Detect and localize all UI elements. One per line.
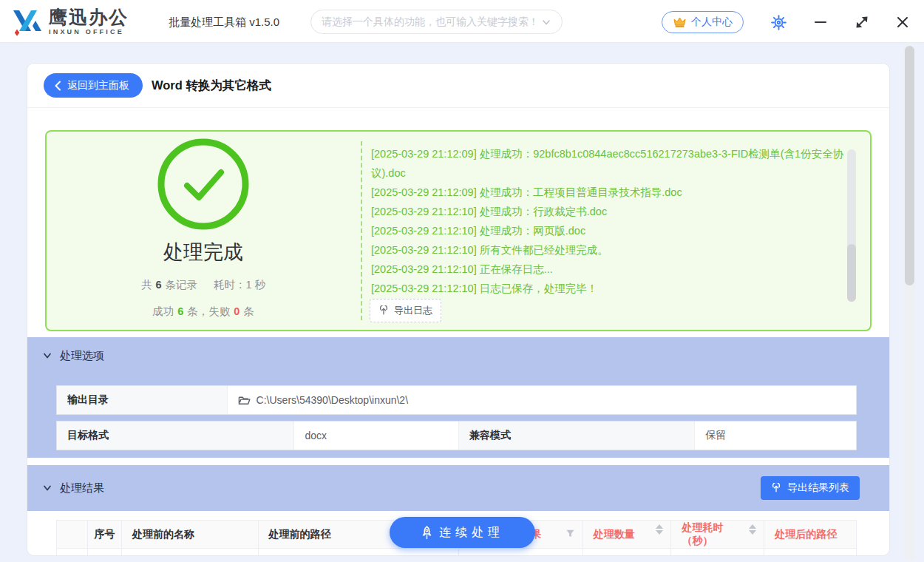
back-button-label: 返回到主面板 [67, 79, 129, 92]
column-header-count: 处理数量 [583, 521, 672, 548]
folder-icon [238, 395, 251, 406]
user-center-label: 个人中心 [691, 16, 733, 29]
brand-name-cn: 鹰迅办公 [49, 8, 129, 27]
user-center-button[interactable]: 个人中心 [662, 11, 744, 33]
continue-button-label: 连续处理 [439, 525, 504, 541]
output-dir-value: C:\Users\54390\Desktop\inxun\2\ [257, 394, 408, 406]
close-icon [896, 16, 909, 29]
window-minimize-button[interactable] [809, 11, 832, 33]
export-log-button[interactable]: 导出日志 [370, 299, 441, 322]
output-dir-row: 输出目录 C:\Users\54390\Desktop\inxun\2\ [56, 385, 857, 415]
options-section-title: 处理选项 [60, 349, 104, 363]
sort-icon[interactable] [749, 524, 756, 535]
export-result-list-button[interactable]: 导出结果列表 [761, 476, 860, 500]
log-line: [2025-03-29 21:12:10] 正在保存日志... [371, 260, 849, 279]
window-close-button[interactable] [891, 11, 914, 33]
compat-mode-value[interactable]: 保留 [695, 422, 856, 450]
app-subtitle: 批量处理工具箱 v1.5.0 [169, 16, 279, 30]
sort-icon[interactable] [656, 524, 663, 535]
brand-name-en: INXUN OFFICE [49, 29, 129, 35]
window-scrollbar-thumb[interactable] [905, 46, 914, 285]
result-summary-panel: 处理完成 共6条记录耗时：1 秒 成功6条，失败0条 [2025-03-29 2… [45, 130, 872, 331]
success-fail-line: 成功6条，失败0条 [152, 305, 254, 319]
target-format-label: 目标格式 [57, 422, 294, 450]
collapse-chevron-icon [42, 483, 52, 493]
column-header-name-before: 处理前的名称 [122, 521, 259, 548]
output-dir-label: 输出目录 [57, 386, 228, 414]
back-to-dashboard-button[interactable]: 返回到主面板 [44, 73, 143, 98]
log-line: [2025-03-29 21:12:10] 日志已保存，处理完毕！ [371, 279, 849, 298]
log-line: [2025-03-29 21:12:10] 处理成功：网页版.doc [371, 221, 849, 240]
window-scrollbar[interactable] [904, 44, 915, 561]
rocket-icon [421, 526, 433, 540]
page-title: Word 转换为其它格式 [152, 78, 271, 94]
log-line: [2025-03-29 21:12:10] 所有文件都已经处理完成。 [371, 240, 849, 260]
log-line: [2025-03-29 21:12:09] 处理成功：92bfc8b1c0844… [371, 144, 849, 183]
format-options-row: 目标格式 docx 兼容模式 保留 [56, 421, 857, 450]
minimize-icon [814, 16, 827, 29]
chevron-down-icon [541, 17, 551, 27]
gear-icon [771, 15, 787, 30]
log-line: [2025-03-29 21:12:09] 处理成功：工程项目普通目录技术指导.… [371, 183, 849, 202]
record-count-line: 共6条记录耗时：1 秒 [141, 278, 265, 292]
compat-mode-label: 兼容模式 [459, 422, 695, 450]
fail-count: 0 [234, 305, 240, 317]
target-format-value[interactable]: docx [294, 422, 459, 450]
export-icon [378, 305, 389, 316]
success-count: 6 [177, 305, 183, 317]
process-log-list: [2025-03-29 21:12:09] 处理成功：92bfc8b1c0844… [361, 141, 849, 320]
log-line: [2025-03-29 21:12:10] 处理成功：行政裁定书.doc [371, 202, 849, 221]
page-header: 返回到主面板 Word 转换为其它格式 [27, 64, 889, 108]
search-placeholder: 请选择一个具体的功能，也可输入关键字搜索！ [322, 16, 541, 29]
chevron-left-icon [54, 81, 61, 91]
column-header-index: 序号 [88, 521, 122, 548]
total-count: 6 [155, 279, 161, 291]
continue-process-button[interactable]: 连续处理 [390, 517, 535, 548]
status-title: 处理完成 [163, 239, 243, 265]
filter-icon[interactable] [565, 529, 575, 541]
column-header-elapsed: 处理耗时（秒） [671, 521, 764, 548]
results-section-title: 处理结果 [60, 481, 104, 495]
collapse-chevron-icon [42, 351, 52, 361]
export-icon [771, 483, 781, 493]
elapsed-time: 耗时：1 秒 [214, 279, 265, 291]
main-panel: 返回到主面板 Word 转换为其它格式 处理完成 共6条记录耗时：1 秒 成功6… [27, 63, 890, 556]
options-body: 输出目录 C:\Users\54390\Desktop\inxun\2\ 目标格… [27, 374, 890, 458]
settings-button[interactable] [767, 11, 789, 33]
resize-diagonal-icon [855, 16, 869, 29]
select-column-header[interactable] [57, 521, 88, 548]
window-resize-button[interactable] [851, 11, 873, 33]
options-section-header[interactable]: 处理选项 [27, 337, 890, 374]
table-row[interactable] [57, 549, 856, 556]
crown-icon [673, 16, 687, 28]
app-logo: 鹰迅办公 INXUN OFFICE [10, 6, 129, 37]
success-check-icon [156, 137, 251, 231]
log-scrollbar-thumb[interactable] [847, 244, 856, 302]
output-dir-field[interactable]: C:\Users\54390\Desktop\inxun\2\ [228, 386, 856, 414]
log-scrollbar[interactable] [847, 149, 856, 302]
export-result-label: 导出结果列表 [787, 481, 849, 495]
column-header-path-after: 处理后的路径 [764, 521, 856, 548]
export-log-label: 导出日志 [394, 304, 432, 317]
logo-x-icon [10, 6, 44, 37]
app-header: 鹰迅办公 INXUN OFFICE 批量处理工具箱 v1.5.0 请选择一个具体… [0, 0, 924, 43]
results-section-header[interactable]: 处理结果 导出结果列表 [27, 465, 890, 511]
function-search-select[interactable]: 请选择一个具体的功能，也可输入关键字搜索！ [310, 10, 563, 34]
